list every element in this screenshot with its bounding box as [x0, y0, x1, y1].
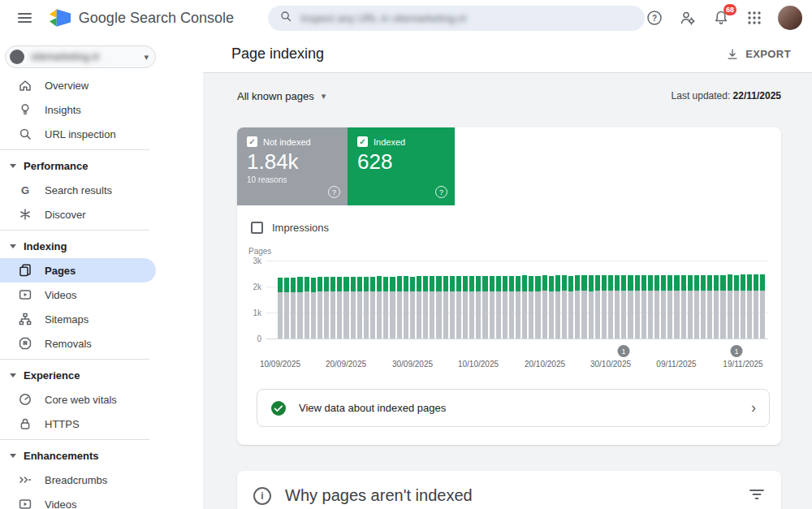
notifications-bell-icon[interactable]: 68 [711, 8, 731, 28]
chart-bar [463, 276, 468, 339]
indexed-value: 628 [357, 149, 445, 175]
indexed-stat-card[interactable]: ✓ Indexed 628 ? [348, 127, 455, 205]
export-label: EXPORT [745, 48, 791, 60]
filter-list-icon[interactable] [749, 488, 765, 501]
chart-bar [443, 276, 448, 339]
chevron-right-icon: › [751, 399, 756, 416]
not-indexed-stat-card[interactable]: ✓ Not indexed 1.84k 10 reasons ? [237, 127, 348, 205]
sidebar-item-discover[interactable]: Discover [0, 202, 203, 226]
last-updated: Last updated: 22/11/2025 [672, 90, 781, 101]
last-updated-date: 22/11/2025 [733, 90, 781, 101]
sidebar-item-breadcrumbs[interactable]: Breadcrumbs [0, 468, 203, 492]
sidebar-item-label: Videos [45, 498, 77, 509]
gauge-icon [18, 392, 32, 407]
sidebar-item-search-results[interactable]: G Search results [0, 178, 203, 202]
divider [0, 149, 149, 150]
page-filter-label: All known pages [237, 90, 314, 102]
google-apps-grid-icon[interactable] [745, 8, 764, 28]
chart-bar [516, 276, 520, 339]
chart-bar [436, 276, 441, 339]
sidebar-item-label: Overview [45, 80, 89, 92]
sidebar-item-label: Discover [45, 209, 86, 221]
sidebar-item-videos[interactable]: Videos [0, 283, 203, 307]
video-icon [18, 287, 32, 302]
sidebar-item-insights[interactable]: Insights [0, 97, 203, 122]
sidebar-item-videos-enhancement[interactable]: Videos [0, 492, 203, 509]
view-indexed-data-link[interactable]: View data about indexed pages › [257, 389, 770, 427]
sidebar-item-url-inspection[interactable]: URL inspection [0, 122, 203, 146]
sidebar-item-core-web-vitals[interactable]: Core web vitals [0, 387, 203, 412]
chevron-down-icon: ▾ [322, 91, 326, 101]
chart-bar [430, 276, 434, 339]
collapse-arrow-icon [10, 454, 16, 458]
chart-xtick-label: 20/10/2025 [525, 360, 565, 369]
help-icon[interactable]: ? [645, 8, 664, 28]
search-icon [279, 10, 292, 26]
chart-bar [370, 277, 375, 339]
chart-bar [469, 276, 474, 339]
sidebar-item-removals[interactable]: Removals [0, 331, 203, 356]
hamburger-menu-icon[interactable] [11, 4, 38, 32]
chart-bar [343, 277, 348, 339]
chart-bar [364, 277, 369, 339]
impressions-toggle[interactable]: Impressions [251, 222, 781, 234]
info-icon: i [253, 487, 271, 505]
indexing-chart-card: ✓ Not indexed 1.84k 10 reasons ? ✓ Index… [237, 127, 781, 445]
chart-bar [542, 275, 547, 339]
help-circle-icon[interactable]: ? [435, 186, 447, 198]
impressions-checkbox[interactable] [251, 222, 263, 234]
sidebar-group-performance[interactable]: Performance [0, 153, 203, 178]
chart-bar [688, 275, 693, 339]
sidebar-item-label: HTTPS [45, 418, 80, 430]
chart-bar [674, 275, 679, 339]
sidebar-item-https[interactable]: HTTPS [0, 412, 203, 436]
chart-annotation-marker[interactable]: 1 [618, 345, 630, 357]
header-actions: ? 68 [645, 6, 812, 30]
sidebar-item-label: URL inspection [45, 128, 116, 140]
chart-bar [760, 274, 765, 339]
chart-bar [476, 276, 481, 339]
chart-xtick-label: 20/09/2025 [326, 360, 366, 369]
magnifier-icon [18, 127, 32, 141]
url-inspection-search-input[interactable]: Inspect any URL in sitemarketing.nl [268, 6, 645, 31]
help-circle-icon[interactable]: ? [328, 186, 340, 198]
chart-bar [357, 277, 362, 339]
google-g-icon: G [18, 183, 32, 197]
chart-xticks: 10/09/202520/09/202530/09/202510/10/2025… [278, 360, 765, 371]
sidebar-item-overview[interactable]: Overview [0, 73, 203, 97]
chart-bar [589, 275, 594, 339]
chart-bar [522, 275, 527, 339]
export-button[interactable]: EXPORT [718, 43, 799, 66]
sidebar-group-indexing[interactable]: Indexing [0, 234, 203, 258]
chart-bar [383, 277, 388, 339]
main-content: All known pages ▾ Last updated: 22/11/20… [203, 73, 812, 509]
sidebar-group-experience[interactable]: Experience [0, 363, 203, 387]
chart-bar [648, 275, 653, 339]
download-icon [726, 48, 739, 61]
sidebar-item-sitemaps[interactable]: Sitemaps [0, 307, 203, 331]
chart-bar [562, 275, 567, 339]
chart-bar [311, 278, 316, 339]
user-avatar[interactable] [778, 6, 802, 30]
user-settings-icon[interactable] [678, 8, 698, 28]
chart-bars [278, 261, 765, 339]
sidebar-item-label: Sitemaps [45, 313, 89, 326]
sidebar-item-pages[interactable]: Pages [0, 258, 156, 283]
indexed-checkbox[interactable]: ✓ [357, 136, 368, 147]
chart-bar [568, 276, 573, 339]
not-indexed-checkbox[interactable]: ✓ [247, 136, 257, 147]
chart-bar [741, 274, 745, 339]
sitemap-icon [18, 312, 32, 326]
chart-bar [628, 275, 633, 339]
sidebar-item-label: Insights [45, 104, 81, 116]
chart-xtick-label: 10/10/2025 [458, 360, 499, 369]
chart-bar [595, 275, 600, 339]
chart-xtick-label: 19/11/2025 [723, 360, 762, 369]
chart-xtick-label: 09/11/2025 [656, 360, 696, 369]
sidebar-group-enhancements[interactable]: Enhancements [0, 443, 203, 468]
property-selector[interactable]: sitemarketing.nl ▾ [5, 45, 156, 68]
chart-bar [404, 276, 408, 339]
page-filter-dropdown[interactable]: All known pages ▾ [237, 90, 326, 102]
chart-annotation-marker[interactable]: 1 [731, 345, 743, 357]
chart-bar [417, 276, 421, 339]
